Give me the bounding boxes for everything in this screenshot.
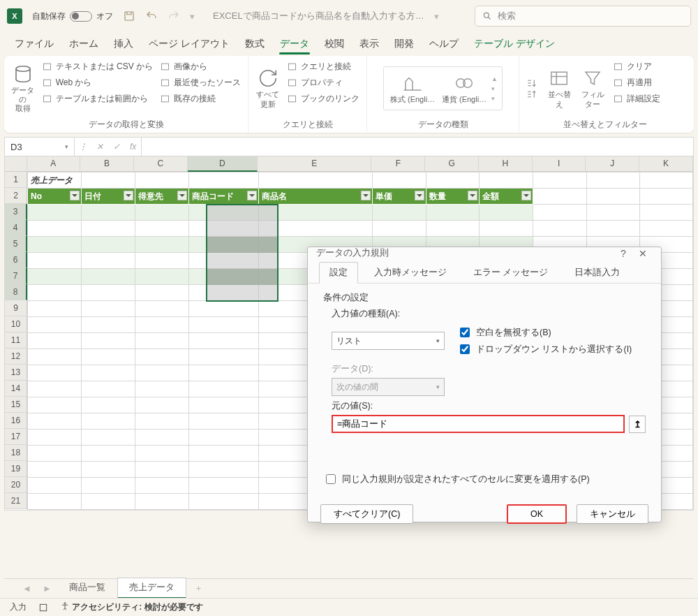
- cell[interactable]: [28, 253, 82, 269]
- cell[interactable]: [81, 269, 135, 285]
- cell[interactable]: [188, 173, 258, 189]
- ribbon-item[interactable]: テーブルまたは範囲から: [39, 91, 156, 107]
- cell[interactable]: [81, 494, 135, 510]
- cell[interactable]: [639, 189, 692, 205]
- tab-ホーム[interactable]: ホーム: [61, 34, 106, 56]
- currency-button[interactable]: 通貨 (Engli…: [440, 70, 489, 107]
- cell[interactable]: [480, 221, 533, 237]
- cell[interactable]: [81, 301, 135, 317]
- cell[interactable]: [533, 173, 586, 189]
- column-header[interactable]: C: [134, 156, 188, 172]
- cell[interactable]: [28, 494, 82, 510]
- row-header[interactable]: 18: [5, 445, 27, 461]
- cell[interactable]: [28, 397, 82, 413]
- ignore-blank-checkbox[interactable]: [460, 328, 470, 337]
- cell[interactable]: [259, 221, 373, 237]
- close-button[interactable]: ✕: [633, 248, 653, 259]
- ribbon-item[interactable]: 既存の接続: [157, 91, 244, 107]
- cell[interactable]: [28, 333, 82, 349]
- tab-挿入[interactable]: 挿入: [106, 34, 141, 56]
- tab-校閲[interactable]: 校閲: [317, 34, 352, 56]
- name-box[interactable]: D3▾: [5, 138, 75, 156]
- help-button[interactable]: ?: [614, 248, 633, 259]
- column-header[interactable]: J: [586, 156, 639, 172]
- column-header[interactable]: F: [371, 156, 425, 172]
- cell[interactable]: [188, 430, 258, 446]
- row-header[interactable]: 14: [5, 381, 27, 397]
- sheet-nav-next[interactable]: ►: [37, 583, 57, 594]
- tab-ヘルプ[interactable]: ヘルプ: [422, 34, 466, 56]
- undo-icon[interactable]: [145, 10, 158, 22]
- cell[interactable]: [28, 349, 82, 365]
- cell[interactable]: [28, 301, 82, 317]
- cell[interactable]: [81, 333, 135, 349]
- cell[interactable]: 商品コード: [188, 189, 258, 205]
- cell[interactable]: 得意先: [135, 189, 188, 205]
- cell[interactable]: [135, 253, 188, 269]
- ok-button[interactable]: OK: [507, 504, 567, 524]
- cell[interactable]: [81, 205, 135, 221]
- sheet-tab[interactable]: 商品一覧: [57, 578, 117, 599]
- column-header[interactable]: G: [425, 156, 479, 172]
- ribbon-item[interactable]: クエリと接続: [284, 59, 362, 75]
- cell[interactable]: [28, 285, 82, 301]
- cell[interactable]: [135, 285, 188, 301]
- cell[interactable]: [135, 381, 188, 397]
- cell[interactable]: [135, 462, 188, 478]
- cell[interactable]: [81, 285, 135, 301]
- cell[interactable]: [188, 301, 258, 317]
- row-header[interactable]: 13: [5, 365, 27, 381]
- cell[interactable]: [639, 173, 692, 189]
- cell[interactable]: [135, 237, 188, 253]
- cell[interactable]: [81, 253, 135, 269]
- range-picker-button[interactable]: ↥: [629, 416, 646, 433]
- cell[interactable]: [188, 317, 258, 333]
- column-header[interactable]: D: [188, 156, 258, 172]
- cell[interactable]: [188, 494, 258, 510]
- cell[interactable]: [81, 446, 135, 462]
- search-box[interactable]: 検索: [475, 6, 691, 27]
- redo-icon[interactable]: [168, 10, 180, 22]
- dialog-tab[interactable]: 日本語入力: [564, 262, 630, 283]
- cell[interactable]: [135, 430, 188, 446]
- column-header[interactable]: E: [258, 156, 371, 172]
- tab-数式[interactable]: 数式: [237, 34, 272, 56]
- cell[interactable]: 金額: [480, 189, 533, 205]
- cell[interactable]: [81, 478, 135, 494]
- cell[interactable]: [28, 205, 82, 221]
- cell[interactable]: [188, 221, 258, 237]
- accessibility-status[interactable]: アクセシビリティ: 検討が必要です: [60, 601, 203, 613]
- cell[interactable]: [188, 237, 258, 253]
- row-header[interactable]: 6: [5, 252, 27, 268]
- cell[interactable]: [135, 173, 188, 189]
- column-header[interactable]: I: [533, 156, 586, 172]
- filter-button[interactable]: フィルター: [577, 59, 609, 118]
- cell[interactable]: [188, 269, 258, 285]
- tab-表示[interactable]: 表示: [352, 34, 387, 56]
- cell[interactable]: [81, 349, 135, 365]
- dialog-tab[interactable]: 入力時メッセージ: [364, 262, 457, 283]
- cell[interactable]: [586, 205, 639, 221]
- cell[interactable]: [28, 478, 82, 494]
- row-header[interactable]: 21: [5, 493, 27, 509]
- cell[interactable]: [135, 221, 188, 237]
- sort-az-icon[interactable]: [526, 78, 539, 88]
- row-header[interactable]: 4: [5, 220, 27, 236]
- cell[interactable]: [533, 189, 586, 205]
- ribbon-item[interactable]: 画像から: [157, 59, 244, 75]
- sheet-tab[interactable]: 売上データ: [117, 578, 186, 599]
- ribbon-item[interactable]: 再適用: [610, 75, 663, 91]
- allow-select[interactable]: リスト▾: [332, 332, 445, 350]
- cell[interactable]: [188, 253, 258, 269]
- cell[interactable]: [135, 301, 188, 317]
- cell[interactable]: [81, 413, 135, 430]
- tab-開発[interactable]: 開発: [387, 34, 422, 56]
- row-header[interactable]: 16: [5, 413, 27, 429]
- tab-ファイル[interactable]: ファイル: [7, 34, 61, 56]
- row-header[interactable]: 5: [5, 236, 27, 252]
- cell[interactable]: [188, 413, 258, 430]
- cell[interactable]: [586, 189, 639, 205]
- cell[interactable]: [135, 494, 188, 510]
- cell[interactable]: [533, 205, 586, 221]
- cell[interactable]: [28, 221, 82, 237]
